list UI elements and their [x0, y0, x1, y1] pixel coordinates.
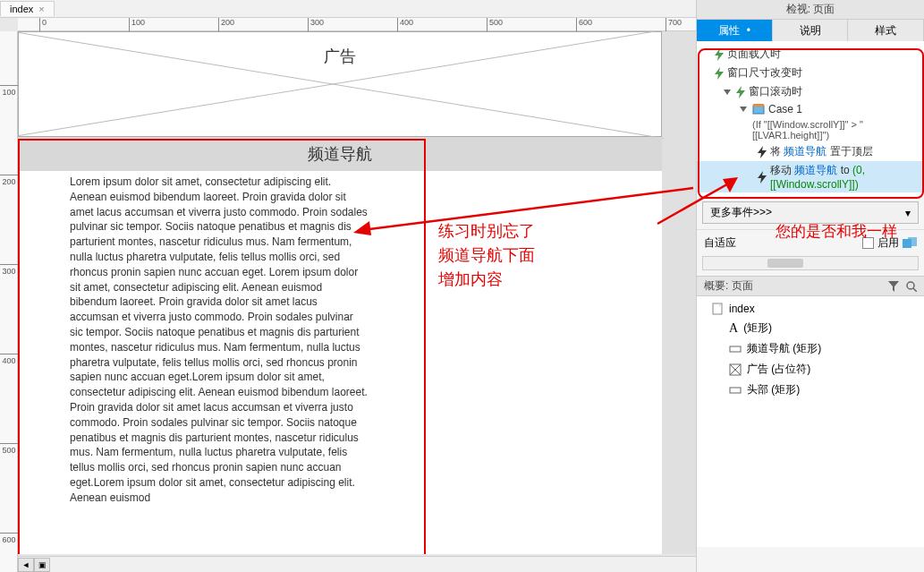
widget-link[interactable]: 频道导航	[794, 164, 837, 176]
svg-rect-10	[908, 237, 917, 246]
preset-icon[interactable]	[903, 237, 917, 250]
annotation-text-canvas: 练习时别忘了 频道导航下面 增加内容	[438, 219, 535, 292]
expand-icon[interactable]	[740, 107, 747, 112]
outline-tree: index A (矩形) 频道导航 (矩形) 广告 (占位符) 头部 (矩形)	[697, 296, 924, 547]
outline-channel-nav-item[interactable]: 频道导航 (矩形)	[697, 338, 924, 359]
outline-page-item[interactable]: index	[697, 300, 924, 318]
ruler-mark: 500	[0, 443, 18, 455]
event-window-resize[interactable]: 窗口尺寸改变时	[697, 64, 924, 82]
svg-rect-5	[753, 106, 764, 114]
adaptive-label: 自适应	[704, 235, 736, 251]
page-canvas[interactable]: 广告 频道导航 Lorem ipsum dolor sit amet, cons…	[18, 31, 662, 554]
text-icon: A	[729, 321, 738, 336]
canvas-area: index × 0 100 200 300 400 500 600 700 10…	[0, 0, 696, 572]
ruler-mark: 100	[129, 18, 145, 31]
scroll-tab-button[interactable]: ▣	[34, 558, 50, 572]
ruler-mark: 0	[39, 18, 47, 31]
svg-point-12	[907, 282, 914, 289]
ruler-mark: 300	[308, 18, 324, 31]
rect-icon	[729, 384, 742, 397]
lightning-icon	[715, 48, 724, 61]
tab-label: index	[10, 4, 33, 14]
event-page-load[interactable]: 页面载入时	[697, 45, 924, 64]
svg-rect-6	[753, 104, 764, 107]
events-tree: 页面载入时 窗口尺寸改变时 窗口滚动时 Case 1 (If "[[Window…	[697, 41, 924, 196]
case-icon	[752, 103, 765, 115]
ad-label: 广告	[319, 46, 360, 67]
page-tab[interactable]: index ×	[0, 1, 55, 16]
workspace[interactable]: 广告 频道导航 Lorem ipsum dolor sit amet, cons…	[18, 31, 696, 554]
lightning-icon	[758, 171, 767, 184]
svg-marker-3	[715, 67, 724, 80]
page-icon	[711, 303, 724, 315]
scrollbar-thumb[interactable]	[767, 259, 803, 268]
case-item[interactable]: Case 1	[697, 101, 924, 117]
ad-placeholder-widget[interactable]: 广告	[18, 31, 662, 137]
svg-line-13	[913, 288, 917, 292]
outline-header: 概要: 页面	[697, 277, 924, 296]
svg-rect-20	[730, 388, 741, 393]
outline-ad-item[interactable]: 广告 (占位符)	[697, 359, 924, 380]
right-panel: 检视: 页面 属性 • 说明 样式 页面载入时 窗口尺寸改变时 窗口滚动时 Ca…	[696, 0, 924, 572]
ruler-mark: 300	[0, 264, 18, 276]
close-icon[interactable]: ×	[38, 4, 44, 14]
inspector-header: 检视: 页面	[697, 0, 924, 20]
tab-properties[interactable]: 属性 •	[697, 20, 773, 41]
scroll-left-button[interactable]: ◄	[18, 558, 34, 572]
ruler-mark: 100	[0, 85, 18, 97]
ruler-mark: 500	[487, 18, 503, 31]
horizontal-ruler: 0 100 200 300 400 500 600 700	[18, 18, 696, 31]
inspector-tabs: 属性 • 说明 样式	[697, 20, 924, 41]
event-window-scroll[interactable]: 窗口滚动时	[697, 82, 924, 101]
ruler-mark: 400	[0, 354, 18, 365]
svg-marker-7	[758, 146, 767, 158]
horizontal-scrollbar[interactable]: ◄ ▣	[18, 556, 696, 572]
rect-icon	[729, 343, 742, 355]
placeholder-icon	[729, 363, 742, 376]
chevron-down-icon: ▾	[905, 207, 911, 219]
ruler-mark: 400	[397, 18, 413, 31]
lorem-text-widget[interactable]: Lorem ipsum dolor sit amet, consectetur …	[70, 175, 369, 506]
case-condition[interactable]: (If "[[Window.scrollY]]" > "[[LVAR1.heig…	[697, 117, 924, 142]
ruler-mark: 700	[665, 18, 682, 31]
annotation-text-right: 您的是否和我一样	[776, 221, 897, 242]
action-move[interactable]: 移动 频道导航 to (0, [[Window.scrollY]])	[697, 161, 924, 192]
lightning-icon	[715, 67, 724, 80]
svg-rect-16	[730, 346, 741, 352]
svg-marker-2	[715, 48, 724, 61]
outline-panel: 概要: 页面 index A (矩形) 频道导航 (矩形) 广告 (占位符)	[697, 276, 924, 547]
search-icon[interactable]	[906, 281, 917, 292]
ruler-mark: 200	[218, 18, 234, 31]
tab-notes[interactable]: 说明	[773, 20, 849, 41]
channel-nav-widget[interactable]: 频道导航	[18, 137, 662, 171]
action-bring-front[interactable]: 将 频道导航 置于顶层	[697, 142, 924, 161]
lightning-icon	[736, 86, 745, 98]
widget-link[interactable]: 频道导航	[784, 145, 827, 158]
vertical-ruler: 100 200 300 400 500 600	[0, 31, 18, 572]
panel-scrollbar[interactable]	[702, 256, 919, 270]
outline-rect-item[interactable]: A (矩形)	[697, 318, 924, 338]
lightning-icon	[758, 146, 767, 158]
ruler-mark: 200	[0, 175, 18, 186]
svg-marker-4	[736, 86, 745, 98]
filter-icon[interactable]	[888, 281, 899, 292]
tab-strip: index ×	[0, 0, 696, 18]
tab-style[interactable]: 样式	[848, 20, 924, 41]
svg-marker-8	[758, 171, 767, 184]
svg-marker-11	[888, 281, 899, 292]
outline-header-item[interactable]: 头部 (矩形)	[697, 380, 924, 400]
expand-icon[interactable]	[724, 90, 731, 95]
ruler-mark: 600	[576, 18, 592, 31]
ruler-mark: 600	[0, 533, 18, 544]
